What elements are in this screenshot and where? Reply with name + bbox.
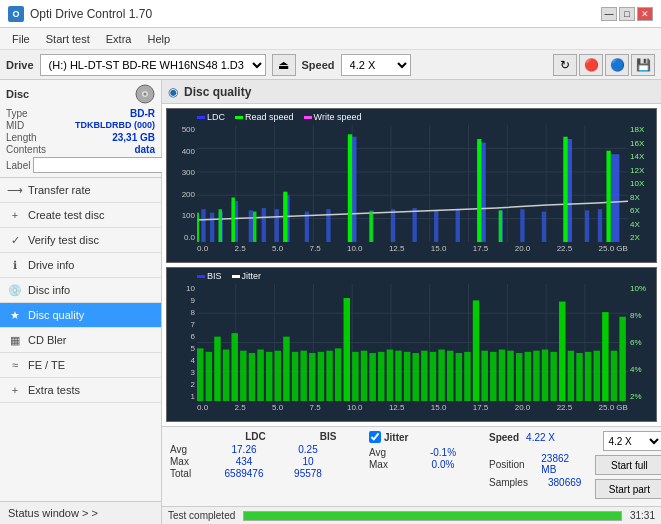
jitter-max-value: 0.0% [413, 459, 473, 470]
svg-rect-99 [473, 300, 479, 401]
minimize-button[interactable]: — [601, 7, 617, 21]
drive-info-icon: ℹ [8, 258, 22, 272]
svg-rect-19 [210, 213, 214, 242]
x-label: 25.0 GB [599, 244, 628, 253]
svg-rect-70 [223, 350, 229, 401]
jitter-checkbox[interactable] [369, 431, 381, 443]
right-panel: 4.2 X Start full Start part [589, 427, 661, 506]
nav-label-verify-test-disc: Verify test disc [28, 234, 99, 246]
disc-quality-icon: ★ [8, 308, 22, 322]
position-value: 23862 MB [541, 453, 581, 475]
menu-file[interactable]: File [4, 32, 38, 46]
sidebar-item-drive-info[interactable]: ℹ Drive info [0, 253, 161, 278]
sidebar-item-verify-test-disc[interactable]: ✓ Verify test disc [0, 228, 161, 253]
create-test-disc-icon: + [8, 208, 22, 222]
bottom-status-bar: Test completed 31:31 [162, 506, 661, 524]
svg-rect-36 [520, 209, 524, 242]
label-input[interactable] [33, 157, 166, 173]
x-label: 15.0 [431, 244, 447, 253]
chart1-y-axis: 500 400 300 200 100 0.0 [167, 125, 197, 242]
main-layout: Disc Type BD-R MID TDKBLDRBD (000) Lengt… [0, 80, 661, 524]
svg-rect-115 [611, 351, 617, 401]
sidebar-item-extra-tests[interactable]: + Extra tests [0, 378, 161, 403]
speed-section: Speed 4.22 X Position 23862 MB Samples 3… [481, 427, 589, 506]
svg-rect-86 [361, 351, 367, 401]
legend-write-dot [304, 116, 312, 119]
svg-point-2 [144, 93, 147, 96]
eject-button[interactable]: ⏏ [272, 54, 296, 76]
drive-select[interactable]: (H:) HL-DT-ST BD-RE WH16NS48 1.D3 [40, 54, 266, 76]
toolbar-btn-3[interactable]: 🔵 [605, 54, 629, 76]
sidebar-item-disc-info[interactable]: 💿 Disc info [0, 278, 161, 303]
content-header: ◉ Disc quality [162, 80, 661, 104]
svg-rect-73 [249, 353, 255, 401]
menu-start-test[interactable]: Start test [38, 32, 98, 46]
sidebar-item-create-test-disc[interactable]: + Create test disc [0, 203, 161, 228]
y-label: 400 [169, 147, 195, 156]
y-label: 0.0 [169, 233, 195, 242]
x-label: 20.0 [515, 244, 531, 253]
nav-label-cd-bler: CD Bler [28, 334, 67, 346]
toolbar-btn-4[interactable]: 💾 [631, 54, 655, 76]
y-label: 4 [169, 356, 195, 365]
stats-max-bis: 10 [278, 456, 338, 467]
speed-dropdown[interactable]: 4.2 X [603, 431, 661, 451]
speed-header-spacer: Speed 4.22 X [489, 431, 581, 449]
svg-rect-40 [598, 209, 602, 242]
menu-help[interactable]: Help [139, 32, 178, 46]
legend-jitter-dot [232, 275, 240, 278]
x-label: 5.0 [272, 403, 283, 412]
toolbar-btn-1[interactable]: ↻ [553, 54, 577, 76]
svg-rect-39 [585, 210, 589, 242]
disc-type-label: Type [6, 108, 28, 119]
svg-rect-94 [430, 352, 436, 401]
status-window-button[interactable]: Status window > > [0, 501, 161, 524]
y-right-label: 12X [630, 166, 654, 175]
x-label: 2.5 [234, 244, 245, 253]
y-label: 100 [169, 211, 195, 220]
svg-rect-24 [275, 209, 279, 242]
progress-fill [244, 512, 621, 520]
x-label: 0.0 [197, 244, 208, 253]
sidebar-item-cd-bler[interactable]: ▦ CD Bler [0, 328, 161, 353]
x-label: 7.5 [309, 244, 320, 253]
close-button[interactable]: ✕ [637, 7, 653, 21]
app-icon: O [8, 6, 24, 22]
fe-te-icon: ≈ [8, 358, 22, 372]
stats-header-empty [170, 431, 208, 442]
svg-rect-113 [594, 351, 600, 401]
y-right-label: 8X [630, 193, 654, 202]
svg-rect-30 [391, 209, 395, 242]
legend-bis-dot [197, 275, 205, 278]
toolbar-btn-2[interactable]: 🔴 [579, 54, 603, 76]
svg-rect-80 [309, 353, 315, 401]
chart1-legend: LDC Read speed Write speed [197, 112, 361, 122]
disc-label-row: Label ⋯ [6, 157, 155, 173]
svg-rect-76 [275, 351, 281, 401]
disc-length-label: Length [6, 132, 37, 143]
sidebar-item-fe-te[interactable]: ≈ FE / TE [0, 353, 161, 378]
start-part-button[interactable]: Start part [595, 479, 661, 499]
chart1-x-axis: 0.0 2.5 5.0 7.5 10.0 12.5 15.0 17.5 20.0… [197, 242, 628, 262]
speed-select[interactable]: 4.2 X [341, 54, 411, 76]
sidebar-item-transfer-rate[interactable]: ⟶ Transfer rate [0, 178, 161, 203]
svg-rect-102 [499, 350, 505, 401]
maximize-button[interactable]: □ [619, 7, 635, 21]
menu-extra[interactable]: Extra [98, 32, 140, 46]
chart1-svg [197, 125, 628, 242]
svg-rect-87 [369, 353, 375, 401]
sidebar-item-disc-quality[interactable]: ★ Disc quality [0, 303, 161, 328]
y-right-label: 16X [630, 139, 654, 148]
svg-rect-82 [326, 351, 332, 401]
svg-rect-103 [507, 351, 513, 401]
verify-test-disc-icon: ✓ [8, 233, 22, 247]
svg-rect-110 [568, 351, 574, 401]
stats-max-label: Max [170, 456, 210, 467]
start-full-button[interactable]: Start full [595, 455, 661, 475]
y-label: 6 [169, 332, 195, 341]
svg-rect-85 [352, 352, 358, 401]
svg-rect-101 [490, 352, 496, 401]
x-label: 15.0 [431, 403, 447, 412]
drive-label: Drive [6, 59, 34, 71]
chart2-y-axis: 10 9 8 7 6 5 4 3 2 1 [167, 284, 197, 401]
